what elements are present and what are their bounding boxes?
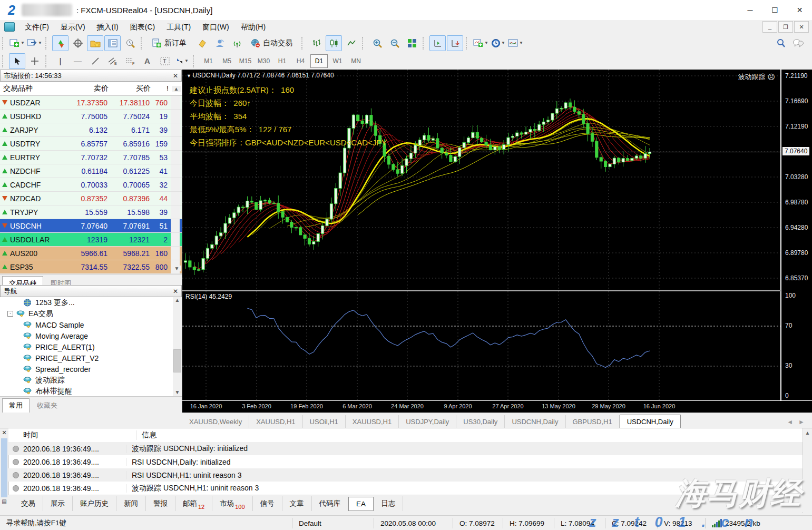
- scroll-track[interactable]: [171, 151, 180, 164]
- terminal-tab-ea[interactable]: EA: [348, 497, 374, 511]
- journal-row-1[interactable]: 2020.06.18 19:36:49....RSI USDCNH,Daily:…: [8, 455, 803, 468]
- fibonacci-tool-button[interactable]: F: [122, 53, 138, 69]
- menu-item-2[interactable]: 插入(I): [91, 21, 124, 33]
- chart-tab-4[interactable]: USDJPY,Daily: [399, 415, 456, 428]
- navigator-item-3[interactable]: Moving Average: [0, 330, 182, 341]
- strategy-tester-button[interactable]: [122, 35, 138, 51]
- bar-chart-button[interactable]: [308, 35, 325, 51]
- terminal-scrollbar[interactable]: ▲: [803, 428, 812, 513]
- market-row-nzdchf[interactable]: NZDCHF0.611840.6122541: [0, 164, 182, 178]
- column-spread[interactable]: !: [153, 84, 172, 93]
- profiles-button[interactable]: ▼: [26, 35, 43, 51]
- crosshair-tool-button[interactable]: [26, 53, 43, 69]
- text-label-tool-button[interactable]: T: [156, 53, 173, 69]
- status-profile[interactable]: Default: [292, 518, 374, 528]
- horizontal-line-tool-button[interactable]: —: [70, 53, 86, 69]
- navigator-item-2[interactable]: MACD Sample: [0, 319, 182, 330]
- journal-row-2[interactable]: 2020.06.18 19:36:49....RSI USDCNH,H1: un…: [8, 468, 803, 482]
- close-button[interactable]: ✕: [787, 0, 812, 20]
- menu-item-0[interactable]: 文件(F): [19, 21, 55, 33]
- toolbar-grip[interactable]: [2, 55, 7, 67]
- new-chart-button[interactable]: ▼: [9, 35, 25, 51]
- mdi-minimize-button[interactable]: _: [762, 21, 777, 33]
- market-row-zarjpy[interactable]: ZARJPY6.1326.17139: [0, 123, 182, 137]
- data-window-button[interactable]: [70, 35, 86, 51]
- chart-tab-6[interactable]: USDCNH,Daily: [505, 415, 565, 428]
- toolbar-grip[interactable]: [193, 55, 198, 67]
- chart-tab-0[interactable]: XAUUSD,Weekly: [182, 415, 249, 428]
- scroll-track[interactable]: [171, 123, 180, 136]
- navigator-item-6[interactable]: Spread_recorder: [0, 364, 182, 375]
- menu-item-6[interactable]: 帮助(H): [235, 21, 271, 33]
- community-button[interactable]: [211, 35, 228, 51]
- market-row-usdollar[interactable]: USDOLLAR12319123212: [0, 233, 182, 247]
- market-row-esp35[interactable]: ESP357314.557322.55800: [0, 260, 182, 274]
- navigator-item-8[interactable]: 布林带提醒: [0, 386, 182, 396]
- mdi-close-button[interactable]: ✕: [794, 21, 809, 33]
- timeframe-h4[interactable]: H4: [292, 54, 309, 68]
- candlestick-button[interactable]: [326, 35, 342, 51]
- terminal-tab-7[interactable]: 信号: [253, 496, 282, 511]
- scroll-track[interactable]: [171, 178, 180, 191]
- maximize-button[interactable]: ☐: [762, 0, 787, 20]
- close-icon[interactable]: ✕: [173, 288, 178, 295]
- chart-shift-button[interactable]: [429, 35, 446, 51]
- search-button[interactable]: [772, 35, 789, 51]
- market-row-usdhkd[interactable]: USDHKD7.750057.7502419: [0, 110, 182, 123]
- chart-tab-3[interactable]: XAUUSD,H1: [346, 415, 399, 428]
- toolbar-grip[interactable]: [141, 37, 145, 50]
- scroll-track[interactable]: [171, 205, 180, 219]
- terminal-tab-3[interactable]: 新闻: [116, 496, 146, 511]
- market-row-usdcnh[interactable]: USDCNH7.076407.0769151: [0, 219, 182, 233]
- market-row-usdzar[interactable]: USDZAR17.3735017.38110760: [0, 96, 182, 110]
- terminal-tab-5[interactable]: 邮箱12: [175, 496, 212, 511]
- periods-button[interactable]: ▼: [490, 35, 506, 51]
- journal-row-3[interactable]: 2020.06.18 19:36:49....波动跟踪 USDCNH,H1: u…: [8, 482, 803, 495]
- chart-area[interactable]: ▼ USDCNH,Daily 7.07172 7.08746 7.06151 7…: [182, 70, 812, 413]
- autotrading-button[interactable]: 自动交易: [246, 35, 299, 51]
- timeframe-w1[interactable]: W1: [329, 54, 346, 68]
- market-watch-toggle[interactable]: [52, 35, 69, 51]
- close-icon[interactable]: ✕: [173, 72, 178, 80]
- column-bid[interactable]: 卖价: [67, 84, 111, 93]
- column-message[interactable]: 信息: [136, 430, 156, 440]
- navigator-item-0[interactable]: 1253 更多...: [0, 297, 182, 308]
- tree-expander-icon[interactable]: -: [7, 311, 13, 317]
- scroll-up-arrow[interactable]: ▲: [172, 86, 181, 92]
- vertical-line-tool-button[interactable]: |: [52, 53, 69, 69]
- arrows-tool-button[interactable]: ▼: [174, 53, 190, 69]
- terminal-toggle[interactable]: [104, 35, 121, 51]
- cursor-tool-button[interactable]: [9, 53, 25, 69]
- terminal-tab-6[interactable]: 市场100: [212, 496, 252, 511]
- scroll-track[interactable]: [171, 247, 180, 260]
- navigator-toggle[interactable]: [87, 35, 103, 51]
- column-time[interactable]: 时间: [8, 430, 136, 440]
- tab-favorites[interactable]: 收藏夹: [31, 399, 64, 413]
- navigator-item-7[interactable]: 波动跟踪: [0, 375, 182, 386]
- scroll-down-arrow[interactable]: ▼: [175, 389, 180, 395]
- scroll-track[interactable]: [171, 137, 180, 150]
- terminal-strip-bar[interactable]: [1, 438, 7, 497]
- chart-tab-5[interactable]: US30,Daily: [456, 415, 505, 428]
- toolbar-grip[interactable]: [466, 37, 471, 50]
- metaeditor-button[interactable]: [194, 35, 210, 51]
- toolbar-grip[interactable]: [362, 37, 367, 50]
- market-row-aus200[interactable]: AUS2005966.615968.21160: [0, 247, 182, 260]
- new-order-button[interactable]: 新订单: [148, 35, 193, 51]
- terminal-tab-4[interactable]: 警报: [146, 496, 175, 511]
- terminal-tab-1[interactable]: 展示: [43, 496, 73, 511]
- auto-scroll-button[interactable]: [447, 35, 463, 51]
- toolbar-grip[interactable]: [423, 37, 427, 50]
- terminal-tab-0[interactable]: 交易: [14, 496, 43, 511]
- chart-tab-2[interactable]: USOil,H1: [303, 415, 346, 428]
- scroll-track[interactable]: [171, 110, 180, 123]
- minimize-button[interactable]: ─: [738, 0, 762, 20]
- scroll-track[interactable]: [171, 233, 180, 246]
- navigator-scrollbar[interactable]: ▲ ▼: [173, 297, 182, 396]
- market-row-tryjpy[interactable]: TRYJPY15.55915.59839: [0, 205, 182, 219]
- market-row-eurtry[interactable]: EURTRY7.707327.7078553: [0, 151, 182, 164]
- chart-tab-7[interactable]: GBPUSD,H1: [566, 415, 620, 428]
- market-row-usdtry[interactable]: USDTRY6.857576.85916159: [0, 137, 182, 151]
- journal-row-0[interactable]: 2020.06.18 19:36:49....波动跟踪 USDCNH,Daily…: [8, 442, 803, 455]
- navigator-item-4[interactable]: PRICE_ALERT(1): [0, 341, 182, 352]
